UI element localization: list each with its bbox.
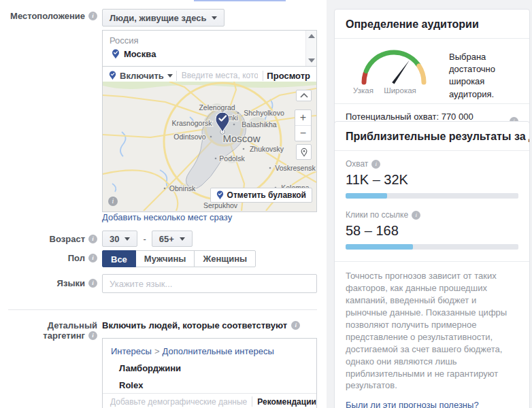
audience-gauge: Узкая Широкая (343, 44, 445, 96)
reach-progress-bar (346, 193, 518, 199)
map-zoom-controls (295, 109, 312, 141)
detailed-targeting-label: Детальный таргетинг (0, 320, 97, 341)
info-icon[interactable] (88, 331, 97, 340)
info-icon[interactable] (412, 211, 420, 220)
location-selector-box: Россия Москва Включить П (102, 30, 317, 85)
detailed-targeting-heading: Включить людей, которые соответствуют (102, 320, 300, 330)
city-label: Zelenograd (199, 103, 235, 112)
selected-locations-list: Россия Москва (103, 31, 316, 66)
reach-metric-label: Охват (346, 159, 518, 169)
gender-segmented-control: Все Мужчины Женщины (102, 250, 256, 267)
interest-item[interactable]: Ламборджини (119, 363, 316, 373)
location-target-icon (300, 148, 308, 157)
chevron-down-icon[interactable] (167, 74, 173, 78)
chevron-down-icon (180, 237, 185, 241)
audience-rail: Определение аудитории Узкая Широкая Выбр… (327, 0, 532, 408)
languages-label: Языки (0, 278, 97, 288)
city-label-moscow: Moscow (222, 133, 260, 144)
scroll-down-icon[interactable] (308, 58, 315, 63)
chevron-up-icon (300, 93, 308, 98)
age-label: Возраст (0, 234, 97, 244)
metrics-section: Охват 11K – 32K Клики по ссылке 58 – 168 (335, 151, 529, 250)
city-label: Odintsovo (173, 133, 205, 141)
gauge-broad-label: Широкая (384, 86, 416, 95)
add-bulk-locations-link[interactable]: Добавить несколько мест сразу (102, 212, 232, 222)
card-title: Определение аудитории (335, 10, 529, 39)
city-label: Obninsk (169, 184, 196, 192)
map-pin-icon (216, 190, 224, 200)
clicks-progress-bar (346, 244, 518, 250)
info-icon[interactable] (88, 279, 97, 288)
map-pin-icon (112, 49, 120, 59)
clicks-metric-label: Клики по ссылке (346, 210, 518, 220)
ad-targeting-screen: Местоположение Люди, живущие здесь Росси… (0, 0, 532, 408)
map-pin-icon (109, 71, 116, 80)
interest-category-path: Интересы>Дополнительные интересы (111, 346, 308, 356)
age-max-dropdown[interactable]: 65+ (152, 231, 193, 247)
audience-gauge-row: Узкая Широкая Выбрана достаточно широкая… (335, 39, 529, 103)
map-locate-button[interactable] (296, 144, 312, 160)
info-icon[interactable] (291, 321, 300, 330)
category-root-link[interactable]: Интересы (111, 346, 152, 356)
city-label: Balashikha (242, 120, 277, 129)
city-label: Shchyolkovo (244, 109, 284, 117)
card-title: Приблизительные результаты за д... (335, 122, 529, 151)
location-label: Местоположение (0, 11, 97, 21)
city-label: Krasnogorsk (172, 119, 213, 127)
include-dropdown[interactable]: Включить (120, 71, 164, 81)
estimates-disclaimer: Точность прогнозов зависит от таких факт… (335, 261, 529, 392)
estimated-results-card: Приблизительные результаты за д... Охват… (334, 121, 530, 408)
detailed-targeting-footer: Добавьте демографические данные Рекоменд… (103, 393, 316, 408)
detailed-targeting-box: Интересы>Дополнительные интересы Ламборд… (102, 338, 317, 408)
gender-option-all[interactable]: Все (102, 250, 136, 267)
clipped-element-edge (194, 0, 286, 1)
location-type-dropdown[interactable]: Люди, живущие здесь (102, 9, 225, 27)
suggestions-button[interactable]: Рекомендации (257, 397, 316, 407)
city-label: Podolsk (219, 154, 245, 163)
city-label: Voskresensk (275, 164, 316, 172)
interest-item[interactable]: Rolex (119, 380, 316, 390)
location-country: Россия (110, 35, 139, 46)
info-icon[interactable] (88, 235, 97, 243)
age-separator: - (143, 234, 146, 244)
zoom-out-button[interactable] (295, 126, 311, 141)
zoom-in-button[interactable] (295, 110, 311, 126)
map-canvas[interactable]: Zelenograd Khimki Shchyolkovo Krasnogors… (102, 82, 317, 212)
languages-input[interactable] (102, 274, 317, 293)
clicks-metric-value: 58 – 168 (346, 223, 518, 239)
map-collapse-button[interactable] (296, 90, 312, 101)
estimates-feedback-link[interactable]: Были ли эти прогнозы полезны? (346, 400, 479, 408)
info-icon[interactable] (88, 12, 97, 20)
gender-label: Пол (0, 253, 97, 263)
city-label: Zhukovsky (250, 145, 284, 153)
info-icon[interactable] (371, 160, 380, 169)
drop-pin-button[interactable]: Отметить булавкой (210, 188, 312, 203)
chevron-down-icon (124, 237, 130, 241)
location-browse-button[interactable]: Просмотр (267, 71, 310, 81)
location-city-item[interactable]: Москва (112, 49, 156, 59)
map-info-button[interactable] (108, 197, 118, 206)
category-leaf-link[interactable]: Дополнительные интересы (162, 346, 273, 356)
gauge-narrow-label: Узкая (353, 86, 373, 95)
add-demographics-input[interactable]: Добавьте демографические данные (110, 397, 247, 407)
age-controls: 30 - 65+ (102, 231, 193, 247)
gauge-needle (392, 60, 410, 84)
reach-metric-value: 11K – 32K (346, 172, 518, 188)
info-icon[interactable] (88, 254, 97, 262)
gender-option-men[interactable]: Мужчины (135, 250, 195, 267)
gender-option-women[interactable]: Женщины (194, 250, 256, 267)
age-min-dropdown[interactable]: 30 (102, 231, 137, 247)
scroll-up-icon[interactable] (308, 34, 315, 38)
chevron-down-icon (212, 16, 217, 20)
list-scrollbar[interactable] (305, 31, 316, 66)
audience-status-text: Выбрана достаточно широкая аудитория. (445, 44, 520, 101)
section-divider (8, 309, 317, 310)
location-search-input[interactable] (180, 70, 260, 81)
